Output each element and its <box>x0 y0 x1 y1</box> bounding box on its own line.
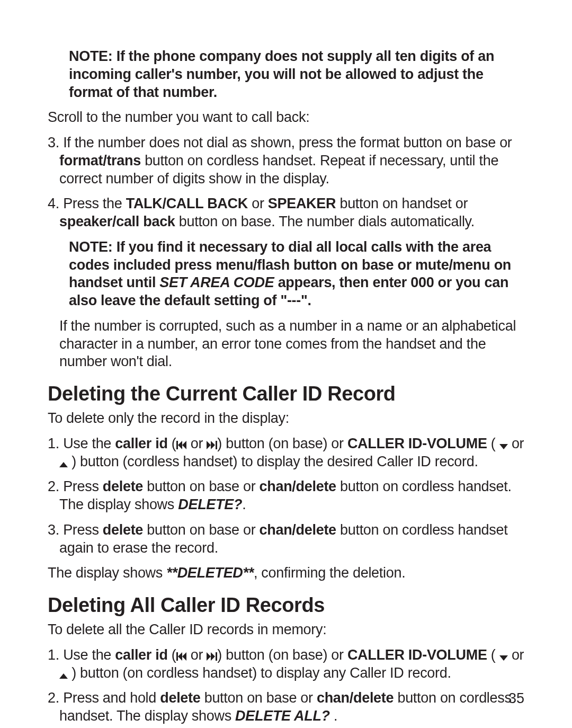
bold-chan-delete: chan/delete <box>317 690 394 706</box>
down-arrow-icon <box>499 444 508 449</box>
text: or <box>248 196 268 211</box>
svg-marker-14 <box>499 655 508 661</box>
text: Press <box>63 478 103 494</box>
deleted-confirm: The display shows **DELETED**, confirmin… <box>48 564 524 582</box>
text: ) button (on base) or <box>217 647 347 663</box>
text: The display shows <box>48 565 166 581</box>
svg-marker-6 <box>499 444 508 449</box>
text: or <box>187 647 207 663</box>
text: Use the <box>63 436 115 451</box>
bold-caller-id: caller id <box>115 436 167 451</box>
down-arrow-icon <box>499 655 508 661</box>
svg-marker-4 <box>211 441 215 449</box>
text: ) button (on base) or <box>217 436 347 451</box>
li-num: 1. <box>48 647 63 663</box>
svg-marker-15 <box>59 673 68 679</box>
text: Press the <box>63 196 126 211</box>
text: ( <box>168 436 176 451</box>
bold-delete: delete <box>103 522 143 538</box>
text: button on base or <box>200 690 316 706</box>
li-num: 1. <box>48 436 63 451</box>
text: If the number is corrupted, such as a nu… <box>59 318 516 370</box>
svg-rect-8 <box>176 652 178 661</box>
li-num: 4. <box>48 196 63 211</box>
bold-caller-id-volume: CALLER ID-VOLUME <box>347 647 487 663</box>
bold-format-trans: format/trans <box>59 153 141 168</box>
text: or <box>508 436 524 451</box>
svg-marker-1 <box>178 441 182 449</box>
bold-speaker: SPEAKER <box>268 196 336 211</box>
italic-set-area-code: SET AREA CODE <box>159 274 274 290</box>
text: Use the <box>63 647 115 663</box>
svg-rect-0 <box>176 441 178 449</box>
svg-marker-7 <box>59 462 68 467</box>
corrupted-number-text: If the number is corrupted, such as a nu… <box>48 317 524 371</box>
scroll-instruction: Scroll to the number you want to call ba… <box>48 109 524 127</box>
note-supply-digits: NOTE: If the phone company does not supp… <box>69 48 524 101</box>
bold-chan-delete: chan/delete <box>260 522 336 538</box>
text: Press and hold <box>63 690 160 706</box>
text: button on handset or <box>336 196 468 211</box>
text: ) button (cordless handset) to display t… <box>68 454 478 469</box>
bold-chan-delete: chan/delete <box>260 478 336 494</box>
delete-all-intro: To delete all the Caller ID records in m… <box>48 621 524 639</box>
heading-delete-all: Deleting All Caller ID Records <box>48 594 524 617</box>
text: Scroll to the number you want to call ba… <box>48 109 309 125</box>
svg-marker-12 <box>211 652 215 661</box>
skip-forward-icon <box>207 441 217 449</box>
skip-back-icon <box>176 441 187 449</box>
text: button on base or <box>143 522 259 538</box>
svg-marker-11 <box>207 652 211 661</box>
list-item-3: 3. If the number does not dial as shown,… <box>59 134 524 188</box>
text: or <box>508 647 524 663</box>
note-text: NOTE: If the phone company does not supp… <box>69 48 494 100</box>
text: ) button (on cordless handset) to displa… <box>68 665 451 681</box>
up-arrow-icon <box>59 462 68 467</box>
text: , confirming the deletion. <box>254 565 405 581</box>
bold-italic-deleted: **DELETED** <box>166 565 254 581</box>
skip-forward-icon <box>207 652 217 661</box>
text: If the number does not dial as shown, pr… <box>63 135 512 150</box>
page-number-value: 35 <box>508 690 524 706</box>
list-item: 2. Press delete button on base or chan/d… <box>59 478 524 514</box>
bold-italic-delete-q: DELETE? <box>178 496 242 512</box>
svg-marker-9 <box>178 652 182 661</box>
text: ( <box>168 647 176 663</box>
bold-caller-id-volume: CALLER ID-VOLUME <box>347 436 487 451</box>
list-item: 2. Press and hold delete button on base … <box>59 689 524 725</box>
svg-marker-10 <box>182 652 186 661</box>
heading-text: Deleting All Caller ID Records <box>48 594 325 616</box>
note-area-code: NOTE: If you find it necessary to dial a… <box>69 238 524 310</box>
text: button on base or <box>143 478 259 494</box>
bold-italic-delete-all-q: DELETE ALL? <box>235 708 330 724</box>
bold-delete: delete <box>103 478 143 494</box>
text: . <box>330 708 337 724</box>
bold-talk-callback: TALK/CALL BACK <box>126 196 248 211</box>
heading-delete-current: Deleting the Current Caller ID Record <box>48 383 524 405</box>
text: ( <box>487 647 499 663</box>
skip-back-icon <box>176 652 187 661</box>
bold-caller-id: caller id <box>115 647 167 663</box>
bold-delete: delete <box>160 690 200 706</box>
delete-current-intro: To delete only the record in the display… <box>48 410 524 428</box>
li-num: 3. <box>48 135 63 150</box>
li-num: 2. <box>48 690 63 706</box>
up-arrow-icon <box>59 673 68 679</box>
list-item: 1. Use the caller id ( or ) button (on b… <box>59 646 524 682</box>
li-num: 2. <box>48 478 63 494</box>
list-item: 3. Press delete button on base or chan/d… <box>59 521 524 557</box>
text: ( <box>487 436 499 451</box>
text: Press <box>63 522 103 538</box>
document-page: NOTE: If the phone company does not supp… <box>0 0 572 728</box>
list-item: 1. Use the caller id ( or ) button (on b… <box>59 435 524 471</box>
list-item-4: 4. Press the TALK/CALL BACK or SPEAKER b… <box>59 195 524 231</box>
svg-marker-3 <box>207 441 211 449</box>
text: or <box>187 436 207 451</box>
page-number: 35 <box>508 690 524 707</box>
text: To delete all the Caller ID records in m… <box>48 622 326 637</box>
bold-speaker-callback: speaker/call back <box>59 214 175 229</box>
li-num: 3. <box>48 522 63 538</box>
text: button on base. The number dials automat… <box>175 214 475 229</box>
svg-marker-2 <box>182 441 186 449</box>
text: To delete only the record in the display… <box>48 410 289 426</box>
